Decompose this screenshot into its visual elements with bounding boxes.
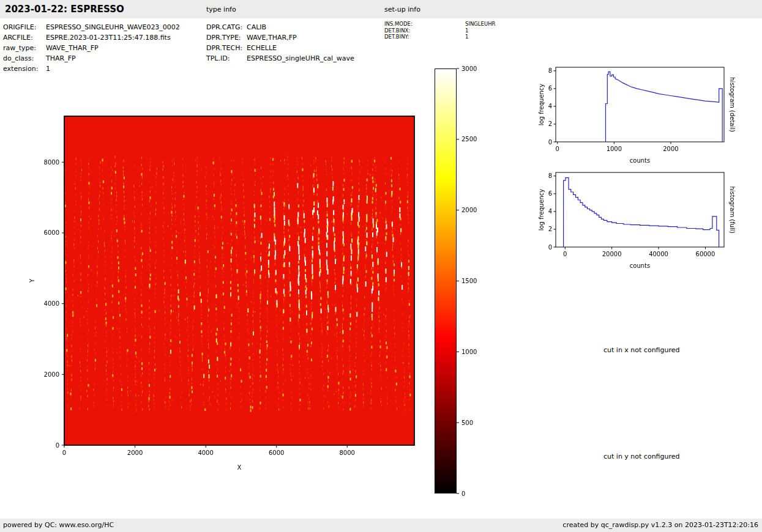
meta-value: ECHELLE — [247, 44, 277, 52]
y-axis-label: Y — [29, 278, 35, 283]
meta-value: CALIB — [247, 23, 266, 31]
cut-y-note: cut in y not configured — [603, 453, 680, 460]
meta-row: extension:1 — [3, 64, 180, 74]
meta-value: WAVE_THAR_FP — [46, 44, 99, 52]
meta-label: DPR.TYPE: — [206, 32, 247, 43]
colorbar-tick-label: 2500 — [461, 136, 477, 142]
meta-label: DPR.TECH: — [206, 43, 247, 53]
y-tick-label: 0 — [56, 442, 59, 449]
y-tick-label: 8 — [548, 172, 552, 179]
y-tick-label: 8000 — [44, 159, 59, 166]
meta-row: DPR.CATG:CALIB — [206, 22, 354, 32]
x-axis-label: counts — [630, 157, 650, 164]
y-axis-label: log frequency — [538, 84, 545, 126]
meta-value: SINGLEUHR — [465, 21, 495, 27]
colorbar-tick-label: 3000 — [461, 65, 477, 72]
x-tick-label: 2000 — [663, 146, 678, 152]
meta-row: DPR.TYPE:WAVE,THAR,FP — [206, 32, 354, 43]
meta-row: ARCFILE:ESPRE.2023-01-23T11:25:47.188.fi… — [3, 32, 180, 43]
right-axis-label: histogram (full) — [729, 186, 736, 233]
y-tick-label: 6 — [548, 190, 552, 197]
setup-info-heading: set-up info — [384, 6, 420, 13]
y-tick-label: 2 — [548, 226, 552, 232]
setup-info-block: INS.MODE:SINGLEUHRDET.BINX:1DET.BINY:1 — [384, 21, 495, 40]
cut-x-note: cut in x not configured — [603, 346, 680, 354]
y-tick-label: 4 — [548, 208, 552, 215]
meta-row: raw_type:WAVE_THAR_FP — [3, 43, 180, 53]
hist_full-line — [564, 178, 719, 247]
y-tick-label: 4000 — [44, 300, 59, 307]
y-tick-label: 0 — [548, 244, 552, 251]
meta-label: ARCFILE: — [3, 32, 46, 43]
raw-frame-image — [64, 116, 414, 445]
x-tick-label: 0 — [556, 146, 559, 152]
meta-row: TPL.ID:ESPRESSO_singleUHR_cal_wave — [206, 53, 354, 64]
x-tick-label: 8000 — [339, 449, 354, 456]
y-tick-label: 2000 — [44, 371, 59, 378]
meta-value: ESPRESSO_SINGLEUHR_WAVE023_0002 — [46, 23, 180, 31]
x-tick-label: 40000 — [649, 251, 668, 257]
meta-label: TPL.ID: — [206, 53, 247, 64]
y-tick-label: 4 — [548, 103, 552, 109]
colorbar-tick-label: 0 — [461, 490, 465, 497]
type-info-heading: type info — [206, 6, 236, 13]
file-info-block: ORIGFILE:ESPRESSO_SINGLEUHR_WAVE023_0002… — [3, 22, 180, 74]
meta-label: raw_type: — [3, 43, 46, 53]
colorbar-tick-label: 500 — [461, 419, 473, 426]
meta-value: WAVE,THAR,FP — [247, 34, 297, 42]
meta-row: DPR.TECH:ECHELLE — [206, 43, 354, 53]
type-info-block: DPR.CATG:CALIBDPR.TYPE:WAVE,THAR,FPDPR.T… — [206, 22, 354, 64]
hist_detail-border — [556, 67, 724, 142]
meta-label: DET.BINY: — [384, 34, 465, 40]
meta-row: DET.BINY:1 — [384, 34, 495, 40]
y-tick-label: 2 — [548, 120, 552, 127]
meta-value: ESPRESSO_singleUHR_cal_wave — [247, 54, 354, 62]
meta-value: 1 — [465, 28, 468, 34]
y-tick-label: 6 — [548, 85, 552, 92]
y-tick-label: 8 — [548, 67, 552, 74]
colorbar-tick-label: 1000 — [461, 349, 477, 355]
x-tick-label: 0 — [563, 251, 567, 257]
y-tick-label: 0 — [548, 139, 552, 146]
x-axis-label: X — [237, 464, 242, 471]
footer-left-text: powered by QC: www.eso.org/HC — [3, 521, 114, 529]
x-axis-label: counts — [630, 262, 650, 269]
meta-value: 1 — [465, 34, 468, 40]
hist_full-border — [556, 172, 724, 247]
footer-right-text: created by qc_rawdisp.py v1.2.3 on 2023-… — [562, 521, 758, 529]
x-tick-label: 60000 — [696, 251, 715, 257]
meta-value: 1 — [46, 65, 50, 73]
colorbar-tick-label: 2000 — [461, 207, 477, 213]
right-axis-label: histogram (detail) — [729, 77, 736, 132]
meta-label: extension: — [3, 64, 46, 74]
x-tick-label: 20000 — [602, 251, 622, 257]
x-tick-label: 4000 — [198, 449, 213, 456]
meta-value: ESPRE.2023-01-23T11:25:47.188.fits — [46, 34, 171, 42]
meta-label: ORIGFILE: — [3, 22, 46, 32]
colorbar-tick-label: 1500 — [461, 278, 477, 284]
page-title: 2023-01-22: ESPRESSO — [5, 4, 124, 15]
x-tick-label: 1000 — [607, 146, 622, 152]
footer-bar: powered by QC: www.eso.org/HC created by… — [0, 519, 762, 532]
meta-row: do_class:THAR_FP — [3, 53, 180, 64]
y-tick-label: 6000 — [44, 229, 59, 236]
qc-rawdisp-report: 2023-01-22: ESPRESSO type info set-up in… — [0, 0, 762, 532]
x-tick-label: 2000 — [127, 449, 143, 456]
meta-row: ORIGFILE:ESPRESSO_SINGLEUHR_WAVE023_0002 — [3, 22, 180, 32]
y-axis-label: log frequency — [538, 189, 545, 231]
meta-value: THAR_FP — [46, 54, 76, 62]
x-tick-label: 0 — [62, 449, 66, 456]
colorbar — [435, 68, 457, 493]
header-bar: 2023-01-22: ESPRESSO type info set-up in… — [0, 0, 762, 18]
meta-label: DET.BINX: — [384, 28, 465, 34]
meta-row: INS.MODE:SINGLEUHR — [384, 21, 495, 28]
hist_detail-line — [606, 72, 723, 142]
meta-label: do_class: — [3, 53, 46, 64]
meta-label: DPR.CATG: — [206, 22, 247, 32]
meta-row: DET.BINX:1 — [384, 28, 495, 34]
meta-label: INS.MODE: — [384, 21, 465, 28]
x-tick-label: 6000 — [269, 449, 284, 456]
